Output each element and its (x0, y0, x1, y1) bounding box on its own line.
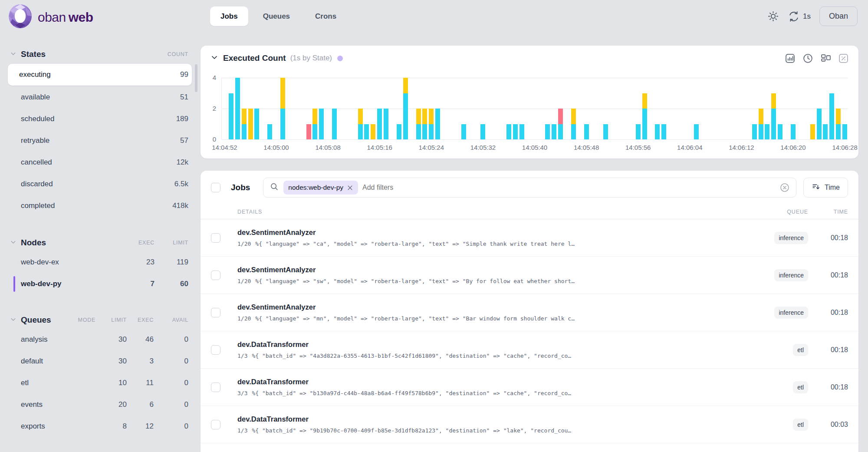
sidebar-node-web-dev-ex[interactable]: web-dev-ex23119 (10, 251, 190, 273)
nodes-section: Nodes EXEC LIMIT web-dev-ex23119web-dev-… (10, 234, 190, 295)
logo-text: obanweb (38, 10, 93, 25)
x-axis-label: 14:05:56 (610, 144, 666, 151)
sidebar-queue-events[interactable]: events2060 (10, 394, 190, 416)
sidebar-state-retryable[interactable]: retryable57 (10, 130, 190, 152)
jobs-panel: Jobs nodes:web-dev-py (201, 171, 858, 452)
queue-avail: 0 (154, 335, 188, 344)
chart-bar-cyan (836, 124, 841, 140)
instance-selector-button[interactable]: Oban (819, 7, 858, 26)
chart-bar-cyan (267, 124, 272, 140)
sidebar-queue-default[interactable]: default3030 (10, 350, 190, 372)
chart-bar-pink (558, 109, 563, 124)
job-row[interactable]: dev.SentimentAnalyzer1/20%{ "language" =… (201, 257, 858, 294)
select-all-checkbox[interactable] (211, 183, 220, 192)
chart-bar-cyan (842, 124, 847, 140)
job-worker-name[interactable]: dev.DataTransformer (237, 415, 743, 423)
job-row[interactable]: dev.DataTransformer3/3%{ "batch_id" => "… (201, 369, 858, 406)
chart-bar-yellow (759, 109, 763, 124)
job-row[interactable]: dev.SentimentAnalyzer1/20%{ "language" =… (201, 219, 858, 257)
remove-filter-icon[interactable] (347, 185, 353, 191)
sidebar-queue-analysis[interactable]: analysis30460 (10, 329, 190, 350)
state-name: executing (19, 70, 149, 79)
y-gridline (221, 139, 848, 140)
job-checkbox[interactable] (211, 420, 220, 429)
job-checkbox[interactable] (211, 233, 220, 243)
job-row[interactable]: dev.SentimentAnalyzer1/20%{ "language" =… (201, 294, 858, 331)
job-worker-name[interactable]: dev.SentimentAnalyzer (237, 266, 743, 274)
add-filters-input[interactable] (362, 184, 775, 191)
sidebar-scrollbar-thumb[interactable] (195, 64, 197, 92)
refresh-control[interactable]: 1s (788, 10, 811, 23)
chart-bar-cyan (377, 109, 382, 139)
job-args-text: %{ "language" => "sw", "model" => "rober… (255, 278, 575, 284)
sidebar-node-web-dev-py[interactable]: web-dev-py760 (10, 273, 190, 295)
job-checkbox[interactable] (211, 383, 220, 392)
x-axis-label: 14:05:24 (403, 144, 460, 151)
x-axis-label: 14:06:28 (817, 144, 868, 151)
x-axis-label: 14:04:52 (196, 144, 253, 151)
queue-exec: 3 (127, 357, 154, 366)
job-attempt: 1/20 (237, 278, 251, 284)
chart-bar-yellow (280, 78, 285, 109)
clear-filters-icon[interactable] (779, 182, 790, 193)
queues-limit-header: LIMIT (95, 317, 127, 323)
chart-bar-yellow (836, 109, 841, 124)
chart-bar-yellow (242, 109, 247, 124)
chart-bar-cyan (384, 109, 388, 139)
job-attempt: 1/3 (237, 427, 247, 434)
queue-name: analysis (21, 335, 65, 344)
tab-queues[interactable]: Queues (253, 7, 300, 26)
chart-bar-cyan (558, 124, 563, 140)
refresh-cycle-icon[interactable] (788, 10, 800, 23)
job-checkbox[interactable] (211, 308, 220, 317)
chart-bar-yellow (403, 78, 408, 93)
filter-searchbox[interactable]: nodes:web-dev-py (263, 178, 796, 198)
job-row[interactable]: dev.DataTransformer1/3%{ "batch_id" => "… (201, 406, 858, 443)
chevron-down-icon[interactable] (10, 316, 17, 324)
node-name: web-dev-ex (21, 258, 127, 267)
chart-bar-cyan (312, 124, 317, 140)
job-args-line: 1/3%{ "batch_id" => "9b19b70c-0700-409f-… (237, 427, 743, 434)
job-details: dev.SentimentAnalyzer1/20%{ "language" =… (237, 228, 743, 247)
sidebar-state-discarded[interactable]: discarded6.5k (10, 173, 190, 195)
tab-jobs[interactable]: Jobs (210, 7, 248, 26)
job-checkbox[interactable] (211, 345, 220, 355)
job-args-text: %{ "batch_id" => "4a3d822a-6355-4613-b1b… (252, 353, 571, 359)
chart-bar-cyan (229, 93, 233, 140)
job-worker-name[interactable]: dev.DataTransformer (237, 378, 743, 386)
job-row[interactable]: dev.DataTransformer1/3%{ "batch_id" => "… (201, 331, 858, 369)
job-checkbox[interactable] (211, 271, 220, 280)
chevron-down-icon[interactable] (10, 50, 17, 59)
job-time: 00:18 (808, 271, 848, 279)
chart-bar-cyan (422, 124, 427, 140)
tab-crons[interactable]: Crons (305, 7, 347, 26)
job-time: 00:18 (808, 383, 848, 391)
sidebar-state-cancelled[interactable]: cancelled12k (10, 152, 190, 173)
sidebar-state-executing[interactable]: executing99 (8, 64, 192, 86)
theme-toggle-sun-icon[interactable] (767, 10, 779, 22)
job-args-line: 1/20%{ "language" => "sw", "model" => "r… (237, 278, 743, 284)
chevron-down-icon[interactable] (10, 238, 17, 247)
sidebar-state-scheduled[interactable]: scheduled189 (10, 108, 190, 130)
queues-avail-header: AVAIL (154, 317, 188, 323)
sidebar: States COUNT executing99available51sched… (0, 33, 200, 452)
sort-by-time-button[interactable]: Time (803, 178, 848, 198)
state-count: 189 (149, 115, 188, 123)
job-worker-name[interactable]: dev.SentimentAnalyzer (237, 228, 743, 237)
filter-chip-nodes[interactable]: nodes:web-dev-py (283, 181, 358, 195)
state-name: retryable (21, 136, 149, 145)
sidebar-state-completed[interactable]: completed418k (10, 195, 190, 217)
job-queue-badge: etl (793, 344, 808, 356)
refresh-interval-label: 1s (803, 12, 811, 21)
jobs-toolbar: Jobs nodes:web-dev-py (201, 171, 858, 205)
job-worker-name[interactable]: dev.DataTransformer (237, 340, 743, 349)
sidebar-state-available[interactable]: available51 (10, 86, 190, 108)
chart-bar-cyan (571, 124, 576, 140)
sidebar-queue-exports[interactable]: exports8120 (10, 416, 190, 437)
node-exec: 7 (127, 280, 155, 288)
job-worker-name[interactable]: dev.SentimentAnalyzer (237, 303, 743, 311)
sidebar-queue-etl[interactable]: etl10110 (10, 372, 190, 394)
chart-bar-cyan (461, 124, 466, 140)
node-exec: 23 (127, 258, 155, 267)
search-icon (270, 182, 279, 193)
